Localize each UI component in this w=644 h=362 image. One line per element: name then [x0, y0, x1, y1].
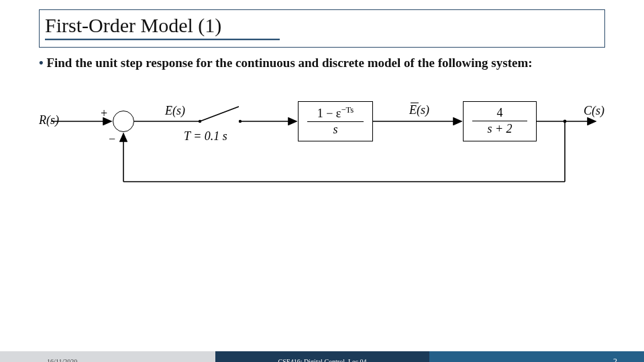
footer-center: CSE416: Digital Control, Lec 04 — [215, 351, 430, 362]
plant-tf: 4 s + 2 — [464, 102, 536, 141]
summing-junction — [113, 111, 134, 132]
slide-title: First-Order Model (1) — [45, 14, 599, 37]
footer-date: 16/11/2020 — [0, 351, 215, 362]
plus-sign: + — [101, 107, 107, 121]
label-C: C(s) — [584, 104, 604, 118]
title-box: First-Order Model (1) — [39, 9, 605, 48]
minus-sign: − — [109, 132, 115, 146]
plant-numerator: 4 — [497, 107, 503, 119]
zoh-block: 1 − ε−Ts s — [298, 101, 373, 141]
zoh-denominator: s — [333, 123, 337, 136]
title-underline — [45, 38, 280, 40]
content-area: • Find the unit step response for the co… — [39, 54, 605, 215]
slide: First-Order Model (1) • Find the unit st… — [0, 9, 644, 362]
plant-block: 4 s + 2 — [463, 101, 537, 141]
zoh-tf: 1 − ε−Ts s — [299, 102, 372, 141]
plant-fraction-bar — [472, 121, 528, 121]
svg-point-10 — [199, 119, 201, 122]
plant-denominator: s + 2 — [487, 123, 512, 135]
footer: 16/11/2020 CSE416: Digital Control, Lec … — [0, 351, 644, 362]
bullet-line: • Find the unit step response for the co… — [39, 54, 605, 72]
label-Ebar: E(s) — [409, 103, 429, 117]
zoh-numerator: 1 − ε−Ts — [317, 106, 354, 120]
block-diagram: R(s) + − E(s) T = 0.1 s 1 − ε−Ts s E(s) … — [39, 95, 605, 215]
svg-point-11 — [239, 119, 241, 122]
label-R: R(s) — [39, 113, 59, 127]
bullet-text: Find the unit step response for the cont… — [46, 56, 532, 70]
zoh-fraction-bar — [307, 121, 364, 122]
label-E: E(s) — [165, 104, 185, 118]
label-T: T = 0.1 s — [184, 129, 227, 143]
bullet-dot: • — [39, 56, 44, 70]
svg-line-2 — [200, 107, 239, 121]
footer-page: 2 — [429, 351, 644, 362]
